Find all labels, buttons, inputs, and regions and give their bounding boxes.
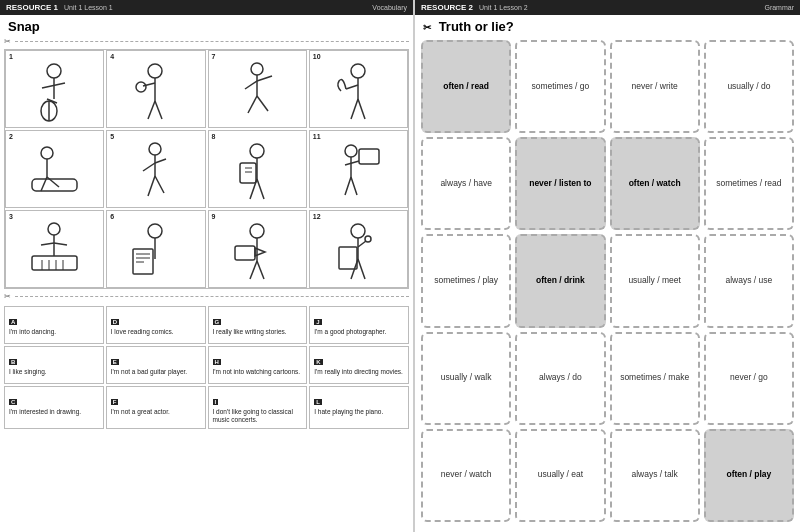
right-page-header: RESOURCE 2 Unit 1 Lesson 2 Grammar bbox=[415, 0, 800, 15]
truth-cell-text: often / drink bbox=[536, 275, 585, 287]
snap-num: 11 bbox=[313, 133, 321, 140]
snap-cell: 11 bbox=[309, 130, 408, 208]
card-letter: I bbox=[213, 399, 219, 405]
snap-num: 10 bbox=[313, 53, 321, 60]
truth-title: ✂ Truth or lie? bbox=[415, 15, 800, 36]
right-topic: Grammar bbox=[764, 4, 794, 11]
svg-point-62 bbox=[250, 224, 264, 238]
svg-line-9 bbox=[148, 101, 155, 119]
truth-cell-text: often / watch bbox=[629, 178, 681, 190]
left-unit-info: Unit 1 Lesson 1 bbox=[64, 4, 113, 11]
snap-cell: 1 bbox=[5, 50, 104, 128]
svg-line-14 bbox=[245, 81, 257, 89]
truth-cell-text: often / read bbox=[443, 81, 489, 93]
truth-cell-text: never / watch bbox=[441, 469, 492, 481]
text-card: DI love reading comics. bbox=[106, 306, 206, 344]
card-text: I'm really into directing movies. bbox=[314, 368, 404, 376]
card-text: I'm interested in drawing. bbox=[9, 408, 99, 416]
truth-grid: often / readsometimes / gonever / writeu… bbox=[415, 36, 800, 526]
card-text: I'm not a bad guitar player. bbox=[111, 368, 201, 376]
truth-cell: sometimes / read bbox=[704, 137, 794, 230]
truth-cell: often / read bbox=[421, 40, 511, 133]
card-text: I love reading comics. bbox=[111, 328, 201, 336]
truth-cell: usually / walk bbox=[421, 332, 511, 425]
right-page: RESOURCE 2 Unit 1 Lesson 2 Grammar ✂ Tru… bbox=[415, 0, 800, 532]
scissors-icon: ✂ bbox=[4, 37, 11, 46]
card-text: I don't like going to classical music co… bbox=[213, 408, 303, 425]
card-text: I hate playing the piano. bbox=[314, 408, 404, 416]
svg-point-12 bbox=[251, 63, 263, 75]
svg-line-17 bbox=[257, 96, 268, 111]
scissors-icon-2: ✂ bbox=[4, 292, 11, 301]
truth-cell-text: sometimes / play bbox=[434, 275, 498, 287]
text-card: EI'm not a bad guitar player. bbox=[106, 346, 206, 384]
truth-cell: often / drink bbox=[515, 234, 605, 327]
svg-point-47 bbox=[48, 223, 60, 235]
card-letter: B bbox=[9, 359, 17, 365]
right-unit-info: Unit 1 Lesson 2 bbox=[479, 4, 528, 11]
snap-cell: 8 bbox=[208, 130, 307, 208]
svg-rect-42 bbox=[359, 149, 379, 164]
snap-num: 12 bbox=[313, 213, 321, 220]
snap-num: 7 bbox=[212, 53, 216, 60]
svg-line-71 bbox=[358, 241, 366, 247]
left-page: RESOURCE 1 Unit 1 Lesson 1 Vocabulary Sn… bbox=[0, 0, 415, 532]
truth-cell-text: sometimes / go bbox=[532, 81, 590, 93]
svg-line-45 bbox=[345, 177, 351, 195]
left-resource-label: RESOURCE 1 bbox=[6, 3, 58, 12]
truth-cell-text: usually / do bbox=[727, 81, 770, 93]
truth-cell-text: sometimes / read bbox=[716, 178, 781, 190]
text-card: FI'm not a great actor. bbox=[106, 386, 206, 429]
snap-cell: 5 bbox=[106, 130, 205, 208]
svg-line-67 bbox=[257, 261, 264, 279]
snap-num: 8 bbox=[212, 133, 216, 140]
truth-cell-text: usually / eat bbox=[538, 469, 583, 481]
snap-cell: 2 bbox=[5, 130, 104, 208]
text-card: GI really like writing stories. bbox=[208, 306, 308, 344]
svg-point-18 bbox=[351, 64, 365, 78]
scissors-row-mid: ✂ bbox=[0, 291, 413, 302]
scissors-icon-right: ✂ bbox=[423, 22, 431, 33]
snap-cell: 4 bbox=[106, 50, 205, 128]
svg-rect-36 bbox=[240, 163, 256, 183]
card-text: I like singing. bbox=[9, 368, 99, 376]
book-spread: RESOURCE 1 Unit 1 Lesson 1 Vocabulary Sn… bbox=[0, 0, 800, 532]
truth-cell: usually / meet bbox=[610, 234, 700, 327]
truth-cell: always / have bbox=[421, 137, 511, 230]
snap-cell: 10 bbox=[309, 50, 408, 128]
truth-cell: sometimes / make bbox=[610, 332, 700, 425]
text-card: KI'm really into directing movies. bbox=[309, 346, 409, 384]
dashed-line-2 bbox=[15, 296, 409, 297]
card-letter: C bbox=[9, 399, 17, 405]
truth-cell: never / listen to bbox=[515, 137, 605, 230]
svg-rect-70 bbox=[339, 247, 357, 269]
svg-line-20 bbox=[346, 85, 358, 89]
svg-line-21 bbox=[351, 99, 358, 119]
snap-num: 3 bbox=[9, 213, 13, 220]
truth-cell: sometimes / go bbox=[515, 40, 605, 133]
card-text: I'm into dancing. bbox=[9, 328, 99, 336]
truth-cell-text: always / have bbox=[440, 178, 492, 190]
svg-line-66 bbox=[250, 261, 257, 279]
card-letter: G bbox=[213, 319, 222, 325]
dashed-line bbox=[15, 41, 409, 42]
truth-cell: usually / eat bbox=[515, 429, 605, 522]
scissors-row-top: ✂ bbox=[0, 36, 413, 47]
text-card: HI'm not into watching cartoons. bbox=[208, 346, 308, 384]
svg-point-23 bbox=[41, 147, 53, 159]
svg-line-30 bbox=[143, 163, 155, 171]
svg-point-41 bbox=[345, 145, 357, 157]
snap-title: Snap bbox=[0, 15, 413, 36]
truth-cell: often / watch bbox=[610, 137, 700, 230]
truth-cell-text: always / talk bbox=[631, 469, 677, 481]
svg-line-50 bbox=[41, 243, 54, 245]
svg-point-72 bbox=[365, 236, 371, 242]
svg-point-11 bbox=[136, 82, 146, 92]
truth-cell-text: sometimes / make bbox=[620, 372, 689, 384]
truth-cell-text: often / play bbox=[726, 469, 771, 481]
snap-area: 147102581136912 bbox=[0, 47, 413, 291]
text-card: CI'm interested in drawing. bbox=[4, 386, 104, 429]
svg-line-40 bbox=[257, 179, 264, 199]
card-letter: K bbox=[314, 359, 322, 365]
snap-num: 2 bbox=[9, 133, 13, 140]
